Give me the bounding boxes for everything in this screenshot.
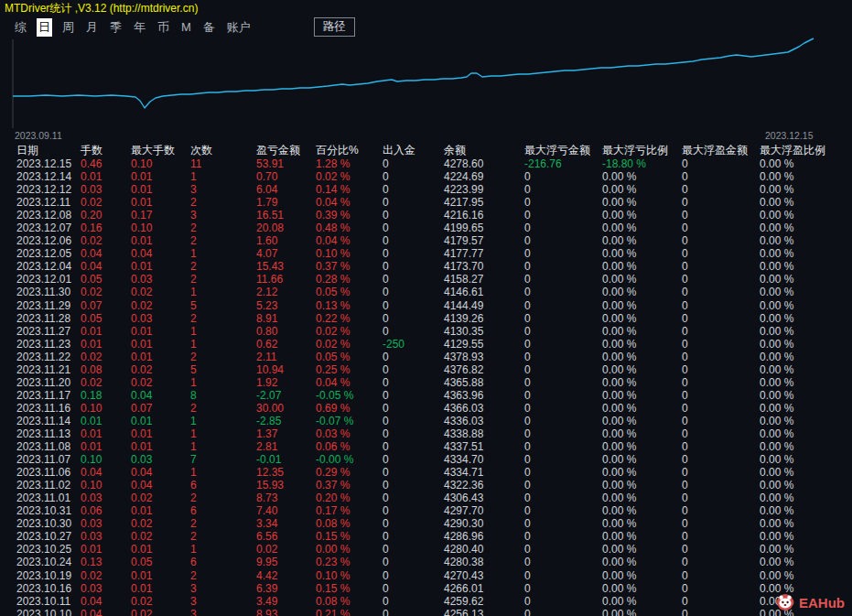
table-row[interactable]: 2023.10.270.030.0226.560.15 %04286.9600.… xyxy=(0,530,852,543)
cell-lots: 0.07 xyxy=(81,299,131,312)
cell-max_lots: 0.01 xyxy=(131,582,190,595)
table-row[interactable]: 2023.11.130.010.0111.370.03 %04338.8800.… xyxy=(0,427,852,440)
table-row[interactable]: 2023.11.160.100.07230.000.69 %04366.0300… xyxy=(0,402,852,415)
table-row[interactable]: 2023.12.110.020.0121.790.04 %04217.9500.… xyxy=(0,196,852,209)
cell-max_lots: 0.01 xyxy=(131,427,190,440)
table-row[interactable]: 2023.12.070.160.10220.080.48 %04199.6500… xyxy=(0,222,852,234)
cell-max_float_profit_pct: 0.00 % xyxy=(760,338,852,351)
cell-max_float_loss: 0 xyxy=(524,479,602,492)
table-row[interactable]: 2023.10.190.020.0124.420.10 %04270.4300.… xyxy=(0,569,852,582)
table-row[interactable]: 2023.12.140.010.0110.700.02 %04224.6900.… xyxy=(0,170,852,183)
cell-pl: 15.43 xyxy=(256,260,316,273)
cell-max_lots: 0.01 xyxy=(131,234,190,247)
cell-pl: 6.04 xyxy=(256,183,316,196)
table-row[interactable]: 2023.12.080.200.17316.510.39 %04216.1600… xyxy=(0,209,852,222)
eahub-watermark[interactable]: EAHub xyxy=(776,593,845,611)
table-row[interactable]: 2023.11.210.080.02510.940.25 %04376.8200… xyxy=(0,363,852,376)
menu-item-account[interactable]: 账户 xyxy=(225,18,253,37)
menu-item-week[interactable]: 周 xyxy=(60,18,76,37)
table-row[interactable]: 2023.10.160.030.0136.390.15 %04266.0100.… xyxy=(0,582,852,595)
table-row[interactable]: 2023.11.010.030.0228.730.20 %04306.4300.… xyxy=(0,492,852,504)
cell-inout: 0 xyxy=(383,247,444,260)
cell-pl: 9.95 xyxy=(256,556,316,568)
cell-balance: 4322.36 xyxy=(444,479,524,492)
menu-item-day[interactable]: 日 xyxy=(37,18,52,37)
cell-max_lots: 0.01 xyxy=(131,440,190,453)
table-row[interactable]: 2023.11.270.010.0110.800.02 %04130.3500.… xyxy=(0,325,852,338)
table-row[interactable]: 2023.10.250.010.0110.020.00 %04280.4000.… xyxy=(0,543,852,556)
menu-item-month[interactable]: 月 xyxy=(84,18,100,37)
table-row[interactable]: 2023.11.300.020.0212.120.05 %04146.6100.… xyxy=(0,286,852,298)
cell-max_float_loss: 0 xyxy=(524,556,602,568)
table-row[interactable]: 2023.11.200.020.0211.920.04 %04365.8800.… xyxy=(0,376,852,389)
cell-max_lots: 0.04 xyxy=(131,247,190,260)
table-row[interactable]: 2023.12.150.460.101153.911.28 %04278.60-… xyxy=(0,157,852,170)
cell-pl: 4.42 xyxy=(256,569,316,582)
cell-lots: 0.02 xyxy=(81,376,131,389)
cell-times: 1 xyxy=(190,466,256,479)
menu-item-overview[interactable]: 综 xyxy=(13,18,28,37)
table-row[interactable]: 2023.10.110.040.0233.490.08 %04259.6200.… xyxy=(0,595,852,608)
column-header-pl: 盈亏金额 xyxy=(256,144,316,157)
menu-item-backup[interactable]: 备 xyxy=(201,18,217,37)
cell-balance: 4334.70 xyxy=(444,453,524,466)
table-row[interactable]: 2023.12.060.020.0121.600.04 %04179.5700.… xyxy=(0,234,852,247)
cell-pl: 3.49 xyxy=(256,595,316,608)
cell-max_float_profit_pct: 0.00 % xyxy=(760,157,852,170)
table-row[interactable]: 2023.10.100.040.0238.930.21 %04256.1300.… xyxy=(0,608,852,616)
cell-max_float_loss_pct: 0.00 % xyxy=(602,325,682,338)
table-row[interactable]: 2023.12.040.040.01215.430.37 %04173.7000… xyxy=(0,260,852,273)
table-row[interactable]: 2023.10.240.130.0569.950.23 %04280.3800.… xyxy=(0,556,852,568)
path-button[interactable]: 路径 xyxy=(314,17,355,37)
cell-inout: 0 xyxy=(383,183,444,196)
table-row[interactable]: 2023.11.080.010.0112.810.06 %04337.5100.… xyxy=(0,440,852,453)
table-row[interactable]: 2023.11.070.100.037-0.01-0.00 %04334.700… xyxy=(0,453,852,466)
table-row[interactable]: 2023.12.050.040.0414.070.10 %04177.7700.… xyxy=(0,247,852,260)
cell-balance: 4363.96 xyxy=(444,389,524,402)
table-row[interactable]: 2023.12.010.050.03211.660.28 %04158.2700… xyxy=(0,273,852,286)
cell-max_float_profit: 0 xyxy=(682,222,760,234)
cell-pct: 0.17 % xyxy=(316,504,383,517)
cell-pl: 1.60 xyxy=(256,234,316,247)
cell-pct: 0.48 % xyxy=(316,222,383,234)
table-row[interactable]: 2023.11.170.180.048-2.07-0.05 %04363.960… xyxy=(0,389,852,402)
cell-pl: 10.94 xyxy=(256,363,316,376)
cell-pct: 0.20 % xyxy=(316,492,383,504)
cell-max_float_profit_pct: 0.00 % xyxy=(760,466,852,479)
table-row[interactable]: 2023.11.230.010.0110.620.02 %-2504129.55… xyxy=(0,338,852,351)
cell-pl: 1.79 xyxy=(256,196,316,209)
cell-pl: 7.40 xyxy=(256,504,316,517)
cell-pl: 0.62 xyxy=(256,338,316,351)
cell-pct: 0.02 % xyxy=(316,338,383,351)
cell-pl: 6.39 xyxy=(256,582,316,595)
table-row[interactable]: 2023.11.220.020.0122.110.05 %04378.9300.… xyxy=(0,351,852,363)
cell-max_lots: 0.03 xyxy=(131,273,190,286)
cell-max_float_profit_pct: 0.00 % xyxy=(760,196,852,209)
table-row[interactable]: 2023.11.060.040.04112.350.29 %04334.7100… xyxy=(0,466,852,479)
table-row[interactable]: 2023.11.140.010.011-2.85-0.07 %04336.030… xyxy=(0,415,852,427)
cell-balance: 4199.65 xyxy=(444,222,524,234)
menu-item-quarter[interactable]: 季 xyxy=(108,18,124,37)
table-row[interactable]: 2023.10.310.060.0167.400.17 %04297.7000.… xyxy=(0,504,852,517)
cell-max_float_profit_pct: 0.00 % xyxy=(760,415,852,427)
menu-item-year[interactable]: 年 xyxy=(132,18,147,37)
cell-max_float_loss: 0 xyxy=(524,338,602,351)
cell-times: 2 xyxy=(190,260,256,273)
cell-max_lots: 0.02 xyxy=(131,608,190,616)
cell-balance: 4338.88 xyxy=(444,427,524,440)
cell-pct: 0.05 % xyxy=(316,351,383,363)
column-header-max_lots: 最大手数 xyxy=(131,144,190,157)
menu-item-m[interactable]: M xyxy=(179,19,193,35)
column-header-times: 次数 xyxy=(190,144,256,157)
cell-inout: 0 xyxy=(383,440,444,453)
cell-balance: 4280.40 xyxy=(444,543,524,556)
cell-inout: 0 xyxy=(383,299,444,312)
cell-inout: 0 xyxy=(383,312,444,325)
table-row[interactable]: 2023.12.120.030.0136.040.14 %04223.9900.… xyxy=(0,183,852,196)
table-row[interactable]: 2023.11.290.070.0255.230.13 %04144.4900.… xyxy=(0,299,852,312)
cell-date: 2023.11.22 xyxy=(16,351,81,363)
menu-item-currency[interactable]: 币 xyxy=(156,18,171,37)
table-row[interactable]: 2023.10.300.030.0223.340.08 %04290.3000.… xyxy=(0,517,852,530)
table-row[interactable]: 2023.11.280.050.0328.910.22 %04139.2600.… xyxy=(0,312,852,325)
table-row[interactable]: 2023.11.020.100.04615.930.37 %04322.3600… xyxy=(0,479,852,492)
